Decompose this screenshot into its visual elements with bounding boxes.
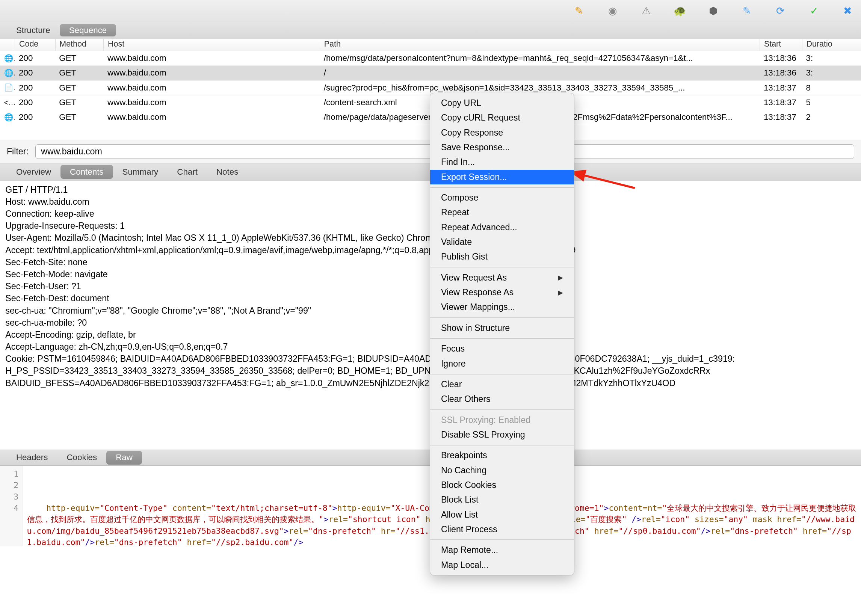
menu-item-no-caching[interactable]: No Caching bbox=[430, 463, 573, 478]
hazard-icon[interactable]: ⚠ bbox=[639, 4, 653, 18]
menu-item-client-process[interactable]: Client Process bbox=[430, 522, 573, 537]
col-path[interactable]: Path bbox=[320, 39, 760, 51]
menu-item-focus[interactable]: Focus bbox=[430, 341, 573, 356]
menu-item-viewer-mappings[interactable]: Viewer Mappings... bbox=[430, 300, 573, 314]
menu-item-breakpoints[interactable]: Breakpoints bbox=[430, 448, 573, 463]
col-code[interactable]: Code bbox=[15, 39, 55, 51]
menu-separator bbox=[430, 374, 573, 374]
menu-item-export-session[interactable]: Export Session... bbox=[430, 170, 573, 184]
cell-method: GET bbox=[55, 68, 104, 79]
tab-contents[interactable]: Contents bbox=[60, 165, 113, 179]
menu-item-validate[interactable]: Validate bbox=[430, 235, 573, 250]
menu-item-show-in-structure[interactable]: Show in Structure bbox=[430, 321, 573, 335]
col-method[interactable]: Method bbox=[55, 39, 104, 51]
col-dur[interactable]: Duratio bbox=[802, 39, 840, 51]
cell-start: 13:18:37 bbox=[760, 97, 802, 108]
menu-item-block-cookies[interactable]: Block Cookies bbox=[430, 478, 573, 492]
cell-duration: 5 bbox=[802, 97, 840, 108]
cell-method: GET bbox=[55, 97, 104, 108]
menu-item-map-local[interactable]: Map Local... bbox=[430, 558, 573, 572]
tab-chart[interactable]: Chart bbox=[168, 165, 207, 179]
cell-duration: 3: bbox=[802, 53, 840, 64]
menu-item-compose[interactable]: Compose bbox=[430, 190, 573, 205]
menu-item-ignore[interactable]: Ignore bbox=[430, 356, 573, 371]
probe-icon[interactable]: ✎ bbox=[740, 4, 754, 18]
filter-label: Filter: bbox=[7, 146, 28, 157]
cell-host: www.baidu.com bbox=[103, 112, 320, 123]
cell-code: 200 bbox=[15, 97, 55, 108]
hex-icon[interactable]: ⬢ bbox=[707, 4, 720, 18]
refresh-icon[interactable]: ⟳ bbox=[774, 4, 787, 18]
cell-host: www.baidu.com bbox=[103, 68, 320, 79]
table-row[interactable]: 🌐 200 GET www.baidu.com / 13:18:36 3: bbox=[0, 66, 861, 80]
cell-method: GET bbox=[55, 82, 104, 94]
menu-separator bbox=[430, 187, 573, 188]
row-status-icon: <> bbox=[0, 97, 15, 108]
cell-method: GET bbox=[55, 53, 104, 64]
cell-start: 13:18:36 bbox=[760, 68, 802, 79]
tab-summary[interactable]: Summary bbox=[113, 165, 168, 179]
cell-start: 13:18:37 bbox=[760, 82, 802, 94]
tab-sequence[interactable]: Sequence bbox=[60, 24, 116, 36]
tab-structure[interactable]: Structure bbox=[7, 24, 60, 36]
cell-host: www.baidu.com bbox=[103, 97, 320, 108]
menu-separator bbox=[430, 338, 573, 339]
menu-item-copy-url[interactable]: Copy URL bbox=[430, 96, 573, 110]
menu-separator bbox=[430, 445, 573, 445]
record-icon[interactable]: ◉ bbox=[606, 4, 619, 18]
chevron-right-icon: ▶ bbox=[558, 289, 563, 297]
menu-separator bbox=[430, 267, 573, 268]
menu-item-disable-ssl-proxying[interactable]: Disable SSL Proxying bbox=[430, 427, 573, 442]
menu-separator bbox=[430, 409, 573, 410]
cell-start: 13:18:37 bbox=[760, 112, 802, 123]
cell-code: 200 bbox=[15, 82, 55, 94]
menu-item-view-response-as[interactable]: View Response As▶ bbox=[430, 285, 573, 300]
tab-resp-raw[interactable]: Raw bbox=[106, 451, 142, 465]
col-start[interactable]: Start bbox=[760, 39, 802, 51]
menu-item-clear[interactable]: Clear bbox=[430, 377, 573, 392]
turtle-icon[interactable]: 🐢 bbox=[673, 4, 687, 18]
chevron-right-icon: ▶ bbox=[558, 273, 563, 282]
cell-start: 13:18:36 bbox=[760, 53, 802, 64]
menu-item-view-request-as[interactable]: View Request As▶ bbox=[430, 270, 573, 285]
request-table-header: Code Method Host Path Start Duratio bbox=[0, 39, 861, 51]
pencil-icon[interactable]: ✎ bbox=[572, 4, 586, 18]
menu-item-ssl-proxying-enabled: SSL Proxying: Enabled bbox=[430, 412, 573, 427]
menu-item-copy-response[interactable]: Copy Response bbox=[430, 126, 573, 140]
menu-item-save-response[interactable]: Save Response... bbox=[430, 140, 573, 155]
cell-code: 200 bbox=[15, 112, 55, 123]
svg-line-0 bbox=[581, 174, 635, 188]
menu-item-repeat-advanced[interactable]: Repeat Advanced... bbox=[430, 220, 573, 235]
tab-overview[interactable]: Overview bbox=[7, 165, 60, 179]
menu-item-publish-gist[interactable]: Publish Gist bbox=[430, 250, 573, 264]
menu-item-block-list[interactable]: Block List bbox=[430, 492, 573, 507]
cell-duration: 2 bbox=[802, 112, 840, 123]
toolbar: ✎ ◉ ⚠ 🐢 ⬢ ✎ ⟳ ✓ ✖ bbox=[0, 0, 861, 22]
annotation-arrow bbox=[574, 168, 642, 201]
tab-resp-headers[interactable]: Headers bbox=[7, 451, 58, 465]
table-row[interactable]: 🌐 200 GET www.baidu.com /home/msg/data/p… bbox=[0, 51, 861, 66]
tools-icon[interactable]: ✖ bbox=[841, 4, 855, 18]
context-menu: Copy URLCopy cURL RequestCopy ResponseSa… bbox=[430, 93, 574, 575]
cell-path: /sugrec?prod=pc_his&from=pc_web&json=1&s… bbox=[320, 82, 760, 94]
menu-item-copy-curl-request[interactable]: Copy cURL Request bbox=[430, 110, 573, 125]
cell-path: / bbox=[320, 68, 760, 79]
check-icon[interactable]: ✓ bbox=[807, 4, 821, 18]
row-status-icon: 📄 bbox=[0, 83, 15, 93]
cell-code: 200 bbox=[15, 53, 55, 64]
menu-item-repeat[interactable]: Repeat bbox=[430, 205, 573, 220]
line-gutter: 1234 bbox=[0, 466, 23, 547]
menu-separator bbox=[430, 539, 573, 540]
cell-duration: 3: bbox=[802, 68, 840, 79]
table-row[interactable]: 📄 200 GET www.baidu.com /sugrec?prod=pc_… bbox=[0, 81, 861, 96]
menu-item-allow-list[interactable]: Allow List bbox=[430, 508, 573, 522]
menu-item-clear-others[interactable]: Clear Others bbox=[430, 392, 573, 406]
row-status-icon: 🌐 bbox=[0, 68, 15, 78]
tab-resp-cookies[interactable]: Cookies bbox=[57, 451, 106, 465]
row-status-icon: 🌐 bbox=[0, 112, 15, 123]
menu-item-map-remote[interactable]: Map Remote... bbox=[430, 543, 573, 558]
tab-notes[interactable]: Notes bbox=[207, 165, 248, 179]
menu-separator bbox=[430, 317, 573, 318]
menu-item-find-in[interactable]: Find In... bbox=[430, 155, 573, 170]
col-host[interactable]: Host bbox=[103, 39, 320, 51]
